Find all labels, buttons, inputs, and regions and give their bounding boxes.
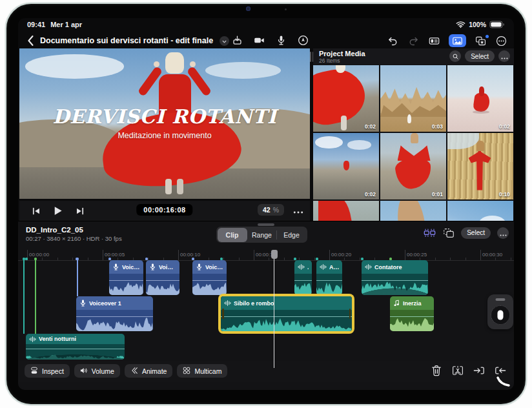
- ruler-tick-label: 00:00:20: [331, 252, 351, 258]
- timeline-clip[interactable]: Voiceover 1: [76, 296, 153, 331]
- segment-clip[interactable]: Clip: [218, 228, 247, 242]
- timeline-project-meta: 00:27 · 3840 × 2160 · HDR · 30 fps: [26, 235, 122, 242]
- timeline-clip[interactable]: Voiceover 2: [109, 260, 143, 295]
- playhead-handle[interactable]: [271, 250, 278, 259]
- tool-label: Multicam: [194, 367, 221, 375]
- clip-duration: 0:10: [499, 191, 510, 198]
- export-button[interactable]: [231, 34, 243, 46]
- battery-percent: 100%: [469, 21, 486, 28]
- clip-volume-line[interactable]: [109, 280, 143, 281]
- jog-wheel[interactable]: [487, 294, 513, 329]
- status-bar: 09:41 Mer 1 apr 100%: [18, 18, 514, 32]
- clip-volume-line[interactable]: [294, 280, 312, 281]
- timeline-tracks: Voiceover 2Voiceover 2Voiceover 3...Alto…: [18, 260, 514, 361]
- wifi-icon: [456, 21, 466, 28]
- timeline-more-button[interactable]: [497, 227, 509, 239]
- mic-small-icon: [149, 263, 156, 270]
- media-item[interactable]: 0:02: [313, 65, 379, 132]
- timeline-drag-handle[interactable]: [258, 223, 274, 226]
- clip-label: Voiceover 2: [159, 264, 176, 270]
- timeline-clip[interactable]: Inerzia: [390, 296, 434, 331]
- volume-button[interactable]: Volume: [74, 364, 120, 378]
- title-menu-button[interactable]: [220, 36, 229, 46]
- video-viewer[interactable]: DERVISCI ROTANTI Meditazione in moviment…: [19, 48, 310, 199]
- split-button[interactable]: [451, 364, 464, 376]
- timeline-clip[interactable]: ...: [294, 260, 312, 295]
- timeline-clip[interactable]: Venti notturni: [26, 334, 125, 360]
- timeline-ruler[interactable]: 00:00:0000:00:0500:00:1000:00:1500:00:20…: [18, 249, 514, 261]
- battery-icon: [489, 21, 505, 28]
- search-button[interactable]: [449, 50, 461, 62]
- skip-forward-button[interactable]: [74, 205, 86, 217]
- clip-label: Voiceover 2: [122, 264, 140, 270]
- clip-volume-line[interactable]: [76, 316, 153, 317]
- camera-button[interactable]: [253, 34, 265, 46]
- timeline-clip[interactable]: Voiceover 2: [146, 260, 179, 295]
- clip-duration: 0:02: [499, 123, 510, 130]
- inspector-button[interactable]: [428, 35, 440, 47]
- media-more-button[interactable]: [498, 50, 510, 62]
- play-button[interactable]: [52, 205, 64, 217]
- timeline-toolbar: InspectVolumeAnimateMulticam: [18, 361, 514, 382]
- multicam-button[interactable]: Multicam: [177, 364, 227, 378]
- magnetic-timeline-icon[interactable]: [424, 227, 436, 239]
- media-item[interactable]: [447, 201, 513, 221]
- trash-button[interactable]: [430, 364, 442, 376]
- clips-star-button[interactable]: [475, 35, 487, 47]
- viewer-subtitle-overlay: Meditazione in movimento: [19, 131, 310, 140]
- clip-volume-line[interactable]: [390, 316, 434, 317]
- wave-small-icon: [320, 263, 327, 270]
- clip-volume-line[interactable]: [362, 280, 428, 281]
- undo-button[interactable]: [387, 35, 399, 47]
- skip-back-button[interactable]: [30, 205, 42, 217]
- timeline-clip[interactable]: Voiceover 3: [192, 260, 227, 295]
- viewer-more-button[interactable]: [293, 207, 303, 213]
- mic-small-icon: [196, 263, 203, 270]
- media-browser-button[interactable]: [449, 34, 466, 47]
- redo-button[interactable]: [407, 35, 420, 47]
- timeline-clip[interactable]: Alto...: [316, 260, 342, 295]
- ellipsis-icon: [501, 55, 508, 57]
- pencil-button[interactable]: [297, 34, 309, 46]
- media-item[interactable]: 0:02: [447, 65, 513, 132]
- mic-small-icon: [112, 263, 119, 270]
- clip-marker-dot: [25, 258, 28, 260]
- ruler-tick-label: 00:00:30: [482, 252, 502, 258]
- animate-button[interactable]: Animate: [125, 364, 173, 378]
- project-media-panel: Project Media 26 Items Select 0:020:030:…: [313, 48, 514, 221]
- media-item[interactable]: [380, 201, 446, 221]
- search-icon: [452, 53, 459, 60]
- clip-marker-dot: [76, 258, 78, 260]
- clip-marker-dot: [220, 258, 223, 260]
- clip-volume-line[interactable]: [146, 280, 179, 281]
- overlap-clips-icon[interactable]: [442, 227, 455, 239]
- media-item[interactable]: 0:03: [380, 65, 446, 132]
- segment-range[interactable]: Range: [247, 228, 277, 242]
- clip-connection-line: [77, 260, 78, 296]
- timeline-select-button[interactable]: Select: [461, 227, 491, 239]
- viewer-zoom-control[interactable]: 42%: [258, 204, 284, 216]
- appbar-right-icons: [387, 34, 507, 47]
- clip-connection-line: [23, 260, 25, 334]
- media-item[interactable]: 0:01: [380, 133, 446, 199]
- media-select-button[interactable]: Select: [465, 50, 495, 62]
- back-button[interactable]: [26, 35, 35, 46]
- media-item[interactable]: [313, 201, 379, 221]
- append-clip-button[interactable]: [473, 364, 485, 376]
- media-item[interactable]: 0:10: [447, 133, 513, 199]
- ruler-tick-label: 00:00:05: [105, 252, 125, 258]
- media-item[interactable]: 0:02: [313, 133, 379, 199]
- clip-volume-line[interactable]: [316, 280, 342, 281]
- clip-marker-dot: [34, 258, 37, 260]
- tool-label: Volume: [92, 367, 114, 375]
- clip-volume-line[interactable]: [192, 280, 227, 281]
- clip-volume-line[interactable]: [221, 316, 352, 317]
- jog-knob: [498, 311, 504, 320]
- timeline-clip[interactable]: Sibilo e rombo: [221, 296, 352, 331]
- timeline-clip[interactable]: Contatore: [362, 260, 428, 295]
- mic-button[interactable]: [275, 34, 287, 46]
- more-button[interactable]: [495, 35, 507, 47]
- segment-edge[interactable]: Edge: [277, 228, 307, 242]
- inspect-button[interactable]: Inspect: [25, 364, 70, 378]
- clip-volume-line[interactable]: [26, 349, 125, 349]
